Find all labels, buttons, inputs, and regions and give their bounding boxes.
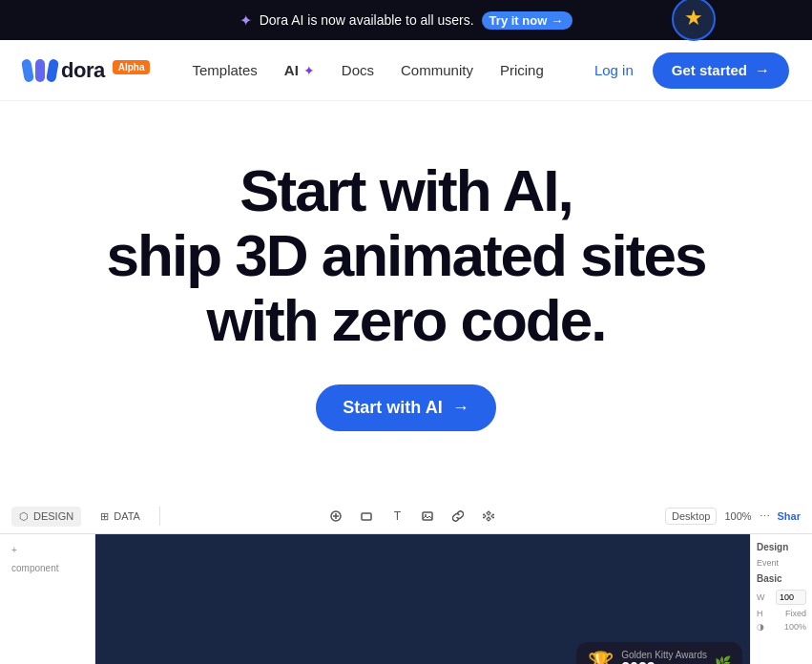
cta-arrow-icon: → [452,398,469,418]
left-panel: + component [0,534,95,664]
tab-design[interactable]: ⬡ DESIGN [11,507,81,527]
tool-image[interactable] [416,505,439,528]
tool-text[interactable]: T [385,505,408,528]
announcement-text: Dora AI is now available to all users. [260,12,474,28]
panel-basic-section: Basic [757,573,806,584]
share-btn[interactable]: Shar [778,510,801,522]
width-row: W [757,590,806,605]
height-row: H Fixed [757,609,806,618]
hero-headline-line3: with zero code. [207,287,606,353]
editor-preview: ⬡ DESIGN ⊞ DATA T [0,500,812,664]
panel-design-title: Design [757,542,806,552]
width-input[interactable] [776,590,806,605]
toolbar-divider [159,507,160,526]
star-decoration: ★ [671,0,717,42]
tool-cursor[interactable] [324,505,347,528]
hero-cta-button[interactable]: Start with AI → [316,384,495,431]
zoom-level[interactable]: 100% [724,510,751,522]
try-now-link[interactable]: Try it now → [482,11,573,30]
nav-templates[interactable]: Templates [180,54,268,86]
logo-icon [23,59,57,82]
height-value: Fixed [785,609,806,618]
hero-section: Start with AI, ship 3D animated sites wi… [0,101,812,469]
tab-data[interactable]: ⊞ DATA [93,507,148,527]
canvas-area: + component 🏆 Golden Kitty Awards 2023 🌿… [0,534,812,664]
logo-text: dora [61,58,105,83]
layer-item[interactable]: + [8,542,87,558]
award-text: Golden Kitty Awards 2023 [621,650,707,664]
tool-rect[interactable] [355,505,378,528]
nav-right: Log in Get started → [583,52,789,89]
design-tab-icon: ⬡ [19,510,29,523]
toolbar-more[interactable]: ⋯ [760,510,770,523]
opacity-icon: ◑ [757,622,764,632]
toolbar-tools: T [172,505,654,528]
tool-component[interactable] [477,505,500,528]
opacity-value: 100% [784,622,806,632]
nav-docs[interactable]: Docs [330,54,385,86]
try-now-button[interactable]: Try it now → [482,11,573,30]
nav-links: Templates AI ✦ Docs Community Pricing [180,54,582,86]
hero-headline: Start with AI, ship 3D animated sites wi… [38,158,774,354]
panel-event-tab[interactable]: Event [757,558,806,568]
add-layer-icon: + [11,545,17,555]
canvas-main[interactable]: 🏆 Golden Kitty Awards 2023 🌿 [95,534,750,664]
tool-link[interactable] [447,505,469,528]
get-started-button[interactable]: Get started → [653,52,789,89]
navbar: dora Alpha Templates AI ✦ Docs Community… [0,40,812,101]
login-button[interactable]: Log in [583,54,645,86]
arrow-icon: → [755,62,770,79]
desktop-select[interactable]: Desktop [665,508,717,525]
nav-pricing[interactable]: Pricing [489,54,555,86]
svg-text:★: ★ [684,6,703,30]
announcement-bar: ✦ Dora AI is now available to all users.… [0,0,812,40]
logo[interactable]: dora Alpha [23,58,150,83]
nav-community[interactable]: Community [389,54,485,86]
award-decoration: 🌿 [715,655,731,664]
hero-headline-line2: ship 3D animated sites [107,222,706,288]
ai-sparkle-icon: ✦ [303,63,315,78]
hero-headline-line1: Start with AI, [239,157,573,223]
opacity-row: ◑ 100% [757,622,806,632]
trophy-icon: 🏆 [588,651,614,664]
right-panel: Design Event Basic W H Fixed ◑ 100% [750,534,812,664]
editor-toolbar: ⬡ DESIGN ⊞ DATA T [0,500,812,534]
golden-kitty-badge: 🏆 Golden Kitty Awards 2023 🌿 [576,642,742,664]
svg-rect-5 [362,513,371,520]
data-tab-icon: ⊞ [100,510,109,523]
sparkle-icon: ✦ [239,11,252,30]
nav-ai[interactable]: AI ✦ [273,54,326,86]
toolbar-right: Desktop 100% ⋯ Shar [665,508,801,525]
svg-rect-6 [423,512,432,520]
layer-component[interactable]: component [8,560,87,576]
alpha-badge: Alpha [113,60,151,74]
